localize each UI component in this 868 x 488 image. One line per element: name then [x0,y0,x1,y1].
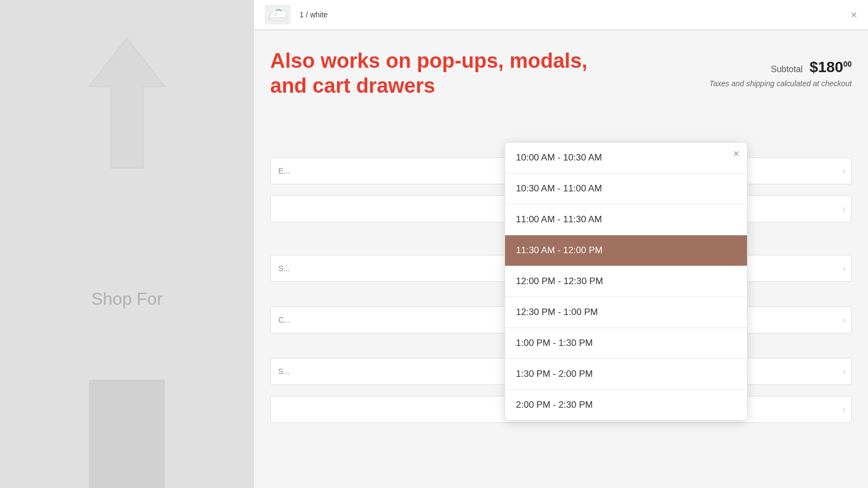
subtotal-cents: 00 [843,60,852,68]
time-slot-0[interactable]: 10:00 AM - 10:30 AM [505,143,747,174]
time-slot-6[interactable]: 1:00 PM - 1:30 PM [505,328,747,359]
subtotal-value: $18000 [809,59,852,75]
item-info: 1 / white [299,10,328,19]
time-slot-3[interactable]: 11:30 AM - 12:00 PM [505,235,747,266]
arrow-watermark [73,33,181,174]
time-slot-1[interactable]: 10:30 AM - 11:00 AM [505,174,747,204]
time-picker-dropdown: × 10:00 AM - 10:30 AM10:30 AM - 11:00 AM… [505,142,748,421]
taxes-text: Taxes and shipping calculated at checkou… [709,79,852,88]
form-row-4-arrow: › [843,314,846,326]
form-row-3-arrow: › [843,263,846,274]
subtotal-area: Subtotal $18000 Taxes and shipping calcu… [709,59,852,88]
shoe-image [265,7,290,23]
promo-title: Also works on pop-ups, modals, and cart … [270,49,596,98]
close-top-icon[interactable]: × [851,9,857,21]
form-row-5-label: S... [278,367,290,376]
promo-title-line1: Also works on pop-ups, modals, [270,49,588,72]
form-row-6-arrow: › [843,404,846,415]
main-content: 1 / white × Also works on pop-ups, modal… [254,0,868,488]
shop-for-label: Shop For [91,289,163,309]
form-row-5-arrow: › [843,366,846,377]
form-row-4-label: C... [278,316,290,324]
time-picker-close-icon[interactable]: × [733,148,739,159]
time-slot-5[interactable]: 12:30 PM - 1:00 PM [505,297,747,328]
form-row-3-label: S... [278,264,290,273]
form-row-1-arrow: › [843,165,846,177]
form-row-1-label: E... [278,166,290,175]
time-slot-2[interactable]: 11:00 AM - 11:30 AM [505,204,747,235]
bottom-image-placeholder [89,380,165,488]
promo-title-line2: and cart drawers [270,74,435,97]
form-row-2-arrow: › [843,203,846,215]
time-slot-8[interactable]: 2:00 PM - 2:30 PM [505,390,747,420]
subtotal-dollars: $180 [809,59,843,75]
cart-item-row: 1 / white × [254,0,868,30]
time-slot-7[interactable]: 1:30 PM - 2:00 PM [505,359,747,390]
time-slot-4[interactable]: 12:00 PM - 12:30 PM [505,266,747,297]
time-slots-container: 10:00 AM - 10:30 AM10:30 AM - 11:00 AM11… [505,143,747,420]
left-panel: Shop For [0,0,254,488]
shoe-thumbnail [265,5,291,24]
subtotal-label: Subtotal [771,65,803,74]
cart-divider [254,30,868,30]
